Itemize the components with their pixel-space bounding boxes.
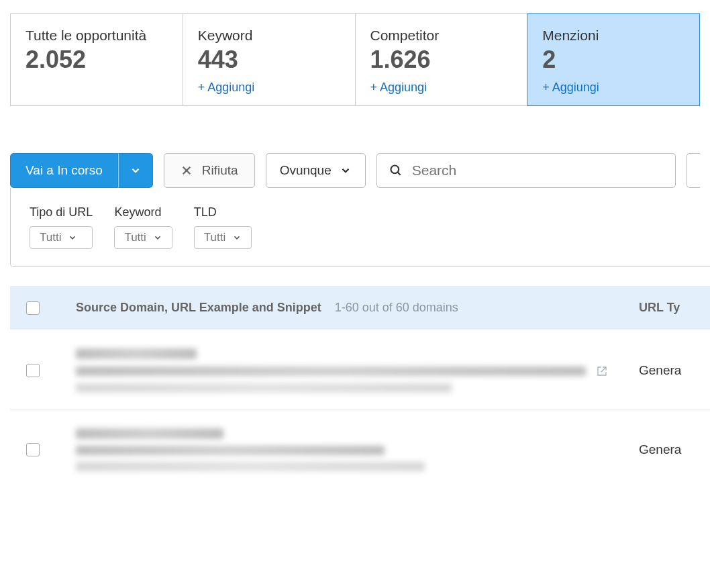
tab-all-opportunities[interactable]: Tutte le opportunità 2.052 bbox=[11, 14, 183, 105]
select-value: Tutti bbox=[40, 231, 61, 244]
url-type-select[interactable]: Tutti bbox=[30, 226, 93, 249]
row-content[interactable] bbox=[76, 348, 632, 393]
chevron-down-icon bbox=[68, 233, 77, 242]
redacted-snippet bbox=[76, 383, 452, 393]
row-url-type: Genera bbox=[639, 442, 681, 456]
chevron-down-icon bbox=[153, 233, 162, 242]
add-keyword-link[interactable]: + Aggiungi bbox=[198, 81, 255, 95]
tab-value: 2 bbox=[542, 45, 684, 74]
redacted-snippet bbox=[76, 462, 425, 471]
chevron-down-icon bbox=[340, 164, 352, 177]
table-row: Genera bbox=[10, 409, 710, 487]
filter-label: TLD bbox=[194, 205, 252, 219]
tab-label: Menzioni bbox=[542, 28, 684, 44]
button-label: Rifiuta bbox=[202, 163, 238, 178]
tab-label: Competitor bbox=[370, 28, 513, 44]
add-mentions-link[interactable]: + Aggiungi bbox=[542, 81, 599, 95]
tab-competitor[interactable]: Competitor 1.626 + Aggiungi bbox=[356, 14, 528, 105]
reject-button[interactable]: Rifiuta bbox=[164, 153, 255, 188]
redacted-domain bbox=[76, 348, 197, 359]
row-checkbox[interactable] bbox=[26, 443, 40, 456]
table-row: Genera bbox=[10, 330, 710, 409]
chevron-down-icon bbox=[232, 233, 242, 242]
filter-label: Tipo di URL bbox=[30, 205, 93, 219]
results-table: Source Domain, URL Example and Snippet 1… bbox=[10, 286, 710, 487]
location-filter-button[interactable]: Ovunque bbox=[266, 153, 366, 188]
button-label: Ovunque bbox=[280, 163, 332, 178]
select-all-checkbox[interactable] bbox=[26, 301, 40, 315]
column-range: 1-60 out of 60 domains bbox=[335, 301, 458, 315]
filter-tld: TLD Tutti bbox=[194, 205, 252, 249]
button-label: Vai a In corso bbox=[26, 163, 103, 178]
chevron-down-icon bbox=[130, 164, 142, 177]
table-header: Source Domain, URL Example and Snippet 1… bbox=[10, 286, 710, 330]
search-input[interactable] bbox=[412, 162, 663, 179]
row-url-type: Genera bbox=[639, 363, 681, 377]
tab-value: 443 bbox=[198, 45, 340, 74]
redacted-url bbox=[76, 446, 385, 455]
extra-action-button[interactable] bbox=[687, 153, 700, 188]
filters-panel: Tipo di URL Tutti Keyword Tutti TLD Tutt… bbox=[10, 188, 710, 267]
tab-mentions[interactable]: Menzioni 2 + Aggiungi bbox=[527, 13, 700, 106]
header-check-col bbox=[22, 301, 76, 315]
header-source-col: Source Domain, URL Example and Snippet 1… bbox=[76, 301, 632, 315]
close-icon bbox=[181, 164, 193, 177]
row-checkbox[interactable] bbox=[26, 364, 40, 377]
keyword-select[interactable]: Tutti bbox=[114, 226, 172, 249]
search-icon bbox=[389, 164, 403, 177]
external-link-icon[interactable] bbox=[597, 366, 607, 377]
column-title: Source Domain, URL Example and Snippet bbox=[76, 301, 321, 315]
tld-select[interactable]: Tutti bbox=[194, 226, 252, 249]
filter-keyword: Keyword Tutti bbox=[114, 205, 172, 249]
redacted-url bbox=[76, 366, 586, 376]
opportunity-tabs: Tutte le opportunità 2.052 Keyword 443 +… bbox=[10, 13, 700, 106]
tab-label: Tutte le opportunità bbox=[26, 28, 168, 44]
action-toolbar: Vai a In corso Rifiuta Ovunque bbox=[10, 153, 700, 188]
select-value: Tutti bbox=[204, 231, 225, 244]
add-competitor-link[interactable]: + Aggiungi bbox=[370, 81, 427, 95]
go-in-progress-split: Vai a In corso bbox=[10, 153, 153, 188]
redacted-domain bbox=[76, 428, 223, 439]
select-value: Tutti bbox=[124, 231, 146, 244]
tab-value: 2.052 bbox=[26, 45, 168, 74]
svg-point-2 bbox=[391, 166, 399, 174]
filter-label: Keyword bbox=[114, 205, 172, 219]
row-content[interactable] bbox=[76, 428, 632, 471]
tab-label: Keyword bbox=[198, 28, 340, 44]
svg-line-3 bbox=[397, 173, 400, 175]
column-title: URL Ty bbox=[639, 301, 680, 314]
go-in-progress-dropdown-button[interactable] bbox=[118, 153, 153, 188]
header-url-type-col: URL Ty bbox=[632, 301, 698, 315]
go-in-progress-button[interactable]: Vai a In corso bbox=[10, 153, 118, 188]
tab-value: 1.626 bbox=[370, 45, 513, 74]
search-field-wrapper[interactable] bbox=[376, 153, 676, 188]
tab-keyword[interactable]: Keyword 443 + Aggiungi bbox=[183, 14, 356, 105]
filter-url-type: Tipo di URL Tutti bbox=[30, 205, 93, 249]
